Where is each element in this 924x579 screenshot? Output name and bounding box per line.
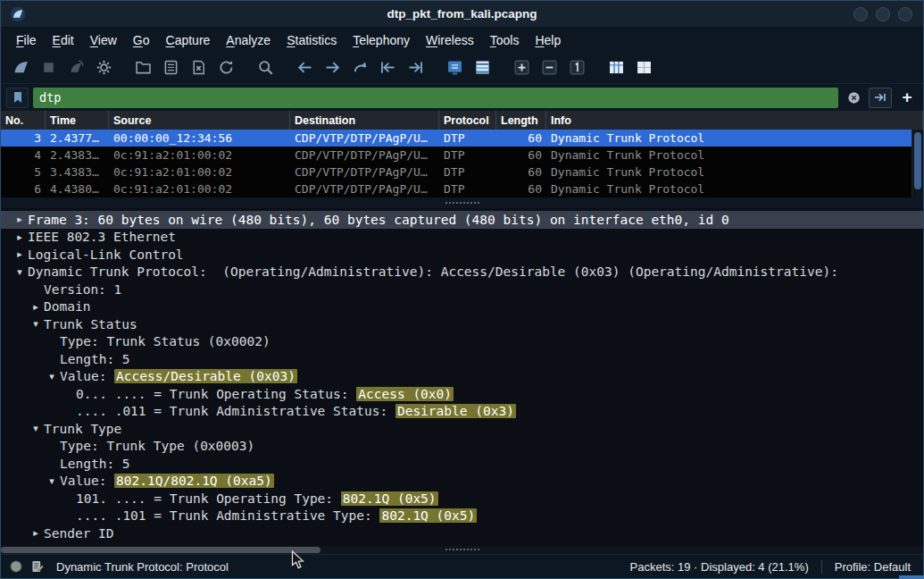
last-packet-button[interactable] [403,55,428,80]
detail-line[interactable]: .... .011 = Trunk Administrative Status:… [1,403,923,421]
detail-line[interactable]: Type: Trunk Status (0x0002) [1,333,923,351]
menu-file[interactable]: File [8,29,45,51]
expander-right-icon[interactable]: ▸ [12,214,28,225]
detail-line[interactable]: ▸Logical-Link Control [1,246,923,264]
menu-wireless[interactable]: Wireless [418,29,482,51]
filter-clear-icon[interactable] [843,88,864,108]
column-header-source[interactable]: Source [109,111,290,130]
detail-line[interactable]: ▾Value: Access/Desirable (0x03) [1,368,923,386]
detail-line[interactable]: 0... .... = Trunk Operating Status: Acce… [1,385,923,403]
detail-line[interactable]: ▾Trunk Status [1,315,923,333]
detail-line[interactable]: ▸IEEE 802.3 Ethernet [1,229,923,247]
filter-add-button[interactable]: + [896,88,918,108]
expander-right-icon[interactable]: ▸ [28,301,44,313]
menu-telephony[interactable]: Telephony [345,29,418,51]
detail-line[interactable]: ▾Dynamic Trunk Protocol: (Operating/Admi… [1,264,923,281]
detail-line[interactable]: ▾Trunk Type [1,420,923,438]
title-bar[interactable]: dtp_pkt_from_kali.pcapng [1,1,923,28]
horizontal-scrollbar[interactable] [1,546,923,554]
expander-down-icon[interactable]: ▾ [28,423,44,434]
resize-columns-button[interactable] [604,55,628,80]
expander-right-icon[interactable]: ▸ [12,248,28,260]
packet-row[interactable]: 64.4380…0c:91:a2:01:00:02CDP/VTP/DTP/PAg… [1,180,923,197]
window-title: dtp_pkt_from_kali.pcapng [1,7,923,21]
expander-right-icon[interactable]: ▸ [12,231,28,243]
detail-line[interactable]: Length: 5 [1,455,923,473]
expander-right-icon[interactable]: ▸ [28,527,44,539]
stop-capture-button[interactable] [36,55,61,80]
menu-statistics[interactable]: Statistics [279,29,345,51]
detail-line[interactable]: Type: Trunk Type (0x0003) [1,438,923,456]
detail-line[interactable]: ▸Domain [1,298,923,316]
menu-capture[interactable]: Capture [158,29,219,51]
menu-edit[interactable]: Edit [45,29,82,51]
menu-view[interactable]: View [82,29,125,51]
detail-line[interactable]: Version: 1 [1,281,923,298]
expert-info-icon[interactable] [10,560,22,573]
detail-line[interactable]: 101. .... = Trunk Operating Type: 802.1Q… [1,490,923,508]
normal-size-button[interactable] [564,55,589,80]
column-header-protocol[interactable]: Protocol [439,111,496,130]
status-profile-button[interactable]: Profile: Default [835,560,911,574]
window-resize-grip[interactable] [899,575,924,579]
column-header-time[interactable]: Time [46,111,109,130]
packet-row[interactable]: 32.4377…00:00:00_12:34:56CDP/VTP/DTP/PAg… [1,130,923,147]
column-layout-button[interactable] [631,55,656,80]
column-header-info[interactable]: Info [546,111,923,130]
packet-cell-destination: CDP/VTP/DTP/PAgP/U… [290,165,439,179]
detail-text: Length: 5 [60,457,130,471]
menu-tools[interactable]: Tools [482,29,528,51]
colorize-button[interactable] [470,55,495,80]
expander-down-icon[interactable]: ▾ [28,318,44,330]
detail-line[interactable]: ▸Sender ID [1,524,923,542]
expander-down-icon[interactable]: ▾ [12,266,28,278]
go-forward-button[interactable] [320,55,345,80]
filter-apply-button[interactable] [869,88,892,108]
go-to-packet-button[interactable] [347,55,372,80]
minimize-button[interactable] [853,7,868,21]
expander-down-icon[interactable]: ▾ [44,475,60,487]
zoom-out-button[interactable] [537,55,562,80]
menu-help[interactable]: Help [527,29,569,51]
open-file-button[interactable] [130,55,155,80]
zoom-in-button[interactable] [509,55,534,80]
splitter-grip [445,202,479,204]
save-file-button[interactable] [158,55,183,80]
horizontal-scroll-thumb[interactable] [1,547,320,553]
close-button[interactable] [898,7,912,21]
packet-list-scroll-thumb[interactable] [914,132,921,189]
menu-analyze[interactable]: Analyze [218,29,279,51]
column-header-destination[interactable]: Destination [290,111,439,130]
packet-row[interactable]: 42.4383…0c:91:a2:01:00:02CDP/VTP/DTP/PAg… [1,147,923,164]
detail-line[interactable]: Length: 5 [1,350,923,368]
packet-cell-info: Dynamic Trunk Protocol [546,182,923,196]
packet-row[interactable]: 53.4383…0c:91:a2:01:00:02CDP/VTP/DTP/PAg… [1,164,923,180]
detail-line[interactable]: .... .101 = Trunk Administrative Type: 8… [1,508,923,525]
filter-input[interactable] [33,90,838,105]
column-header-length[interactable]: Length [496,111,546,130]
find-packet-button[interactable] [253,55,278,80]
restart-capture-button[interactable] [63,55,88,80]
detail-line[interactable]: ▾Value: 802.1Q/802.1Q (0xa5) [1,473,923,491]
packet-list-scrollbar[interactable] [912,130,923,197]
detail-line[interactable]: ▸Frame 3: 60 bytes on wire (480 bits), 6… [1,211,923,229]
reload-file-button[interactable] [213,55,238,80]
detail-text: Length: 5 [60,352,130,366]
wireshark-window: dtp_pkt_from_kali.pcapng FileEditViewGoC… [0,0,924,579]
column-header-no[interactable]: No. [1,111,46,130]
menu-go[interactable]: Go [125,29,158,51]
expander-down-icon[interactable]: ▾ [44,371,60,382]
auto-scroll-button[interactable] [442,55,467,80]
close-file-button[interactable] [186,55,211,80]
detail-text: IEEE 802.3 Ethernet [28,230,176,244]
packet-cell-time: 4.4380… [46,182,109,196]
filter-bookmark-icon[interactable] [6,88,29,108]
go-back-button[interactable] [292,55,317,80]
start-capture-button[interactable] [8,55,33,80]
first-packet-button[interactable] [375,55,400,80]
maximize-button[interactable] [876,7,890,21]
pane-splitter[interactable] [1,197,923,208]
detail-text: Version: 1 [44,282,121,297]
capture-options-button[interactable] [91,55,116,80]
capture-comment-icon[interactable] [30,559,45,574]
